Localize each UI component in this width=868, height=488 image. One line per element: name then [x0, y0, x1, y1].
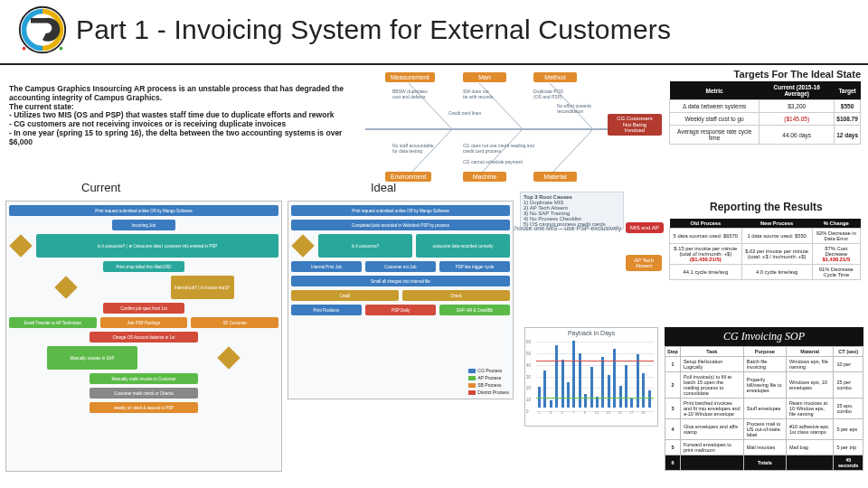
performance-chart: Payback in Days 605040302010013579111315…: [524, 327, 658, 427]
svg-line-9: [550, 129, 593, 175]
decision-icon: [217, 346, 240, 369]
pill-mis-ap: MIS and AP: [626, 222, 664, 233]
fishbone-diagram: Measurement Man Method Environment Machi…: [362, 70, 665, 188]
label-reporting: Reporting the Results: [710, 201, 823, 213]
table-header-row: MetricCurrent (2015-16 Average)Target: [670, 81, 861, 100]
problem-statement: The Campus Graphics Insourcing AR proces…: [9, 85, 353, 146]
flow-legend: CG Process AP Process SB Process Distric…: [468, 368, 509, 395]
label-current: Current: [81, 181, 120, 194]
sop-table: CG Invoicing SOP StepTaskPurposeMaterial…: [665, 327, 863, 471]
campus-graphics-logo: [16, 4, 69, 56]
pill-ap-tech: AP Tech Absent: [626, 255, 662, 271]
svg-point-2: [60, 47, 63, 51]
ideal-process-flowchart: Print request submitted online OR by Man…: [288, 201, 514, 399]
decision-icon: [9, 234, 32, 257]
svg-point-1: [23, 47, 26, 51]
current-process-flowchart: Print request submitted online OR by Man…: [5, 201, 282, 472]
title-bar: Part 1 - Invoicing System for External C…: [0, 0, 868, 65]
decision-icon: [54, 276, 77, 298]
page-title: Part 1 - Invoicing System for External C…: [76, 14, 671, 45]
decision-icon: [291, 234, 314, 257]
targets-table: Targets For The Ideal State MetricCurren…: [669, 69, 861, 145]
reporting-results-table: Old ProcessNew Process% Change 5 data so…: [669, 219, 861, 280]
